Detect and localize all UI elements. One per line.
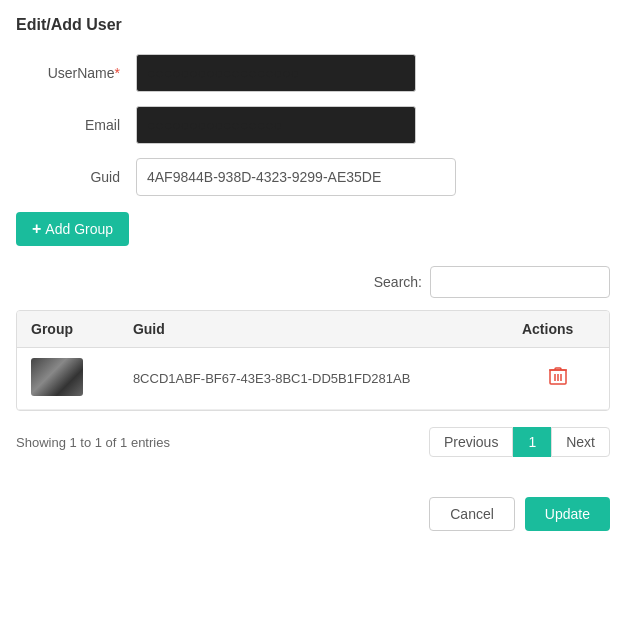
pagination-controls: Previous 1 Next — [429, 427, 610, 457]
guid-row: Guid — [16, 158, 610, 196]
add-group-button[interactable]: + Add Group — [16, 212, 129, 246]
email-row: Email — [16, 106, 610, 144]
delete-button[interactable] — [545, 362, 571, 395]
group-thumbnail — [31, 358, 83, 396]
groups-table-container: Group Guid Actions 8CCD1ABF-BF67-43E3-8B… — [16, 310, 610, 411]
trash-icon — [549, 366, 567, 386]
group-cell — [17, 348, 119, 410]
next-button[interactable]: Next — [551, 427, 610, 457]
username-row: UserName* — [16, 54, 610, 92]
search-label: Search: — [374, 274, 422, 290]
guid-cell: 8CCD1ABF-BF67-43E3-8BC1-DD5B1FD281AB — [119, 348, 508, 410]
search-row: Search: — [16, 266, 610, 298]
add-group-label: Add Group — [45, 221, 113, 237]
cancel-button[interactable]: Cancel — [429, 497, 515, 531]
table-header-row: Group Guid Actions — [17, 311, 609, 348]
page-1-button[interactable]: 1 — [513, 427, 551, 457]
col-guid: Guid — [119, 311, 508, 348]
guid-input[interactable] — [136, 158, 456, 196]
action-row: Cancel Update — [16, 497, 610, 531]
username-input[interactable] — [136, 54, 416, 92]
user-form: UserName* Email Guid — [16, 54, 610, 196]
col-actions: Actions — [508, 311, 609, 348]
search-input[interactable] — [430, 266, 610, 298]
email-label: Email — [16, 117, 136, 133]
page-title: Edit/Add User — [16, 16, 610, 34]
plus-icon: + — [32, 220, 41, 238]
showing-text: Showing 1 to 1 of 1 entries — [16, 435, 170, 450]
previous-button[interactable]: Previous — [429, 427, 513, 457]
guid-label: Guid — [16, 169, 136, 185]
update-button[interactable]: Update — [525, 497, 610, 531]
actions-cell — [508, 348, 609, 410]
email-input[interactable] — [136, 106, 416, 144]
username-label: UserName* — [16, 65, 136, 81]
pagination-row: Showing 1 to 1 of 1 entries Previous 1 N… — [16, 427, 610, 457]
table-row: 8CCD1ABF-BF67-43E3-8BC1-DD5B1FD281AB — [17, 348, 609, 410]
groups-table: Group Guid Actions 8CCD1ABF-BF67-43E3-8B… — [17, 311, 609, 410]
col-group: Group — [17, 311, 119, 348]
